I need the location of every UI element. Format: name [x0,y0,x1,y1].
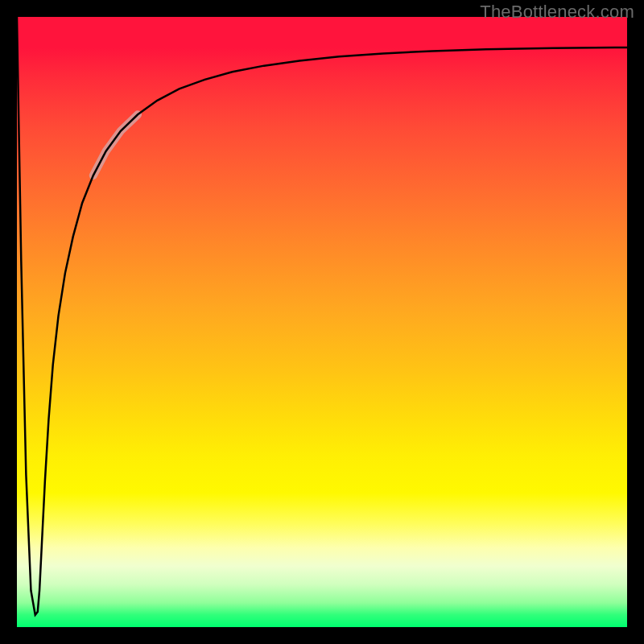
watermark-label: TheBottleneck.com [480,2,634,23]
plot-area [17,17,627,627]
highlight-segment [93,114,138,175]
chart-svg [17,17,627,627]
chart-frame: TheBottleneck.com [0,0,644,644]
bottleneck-curve [17,17,627,615]
